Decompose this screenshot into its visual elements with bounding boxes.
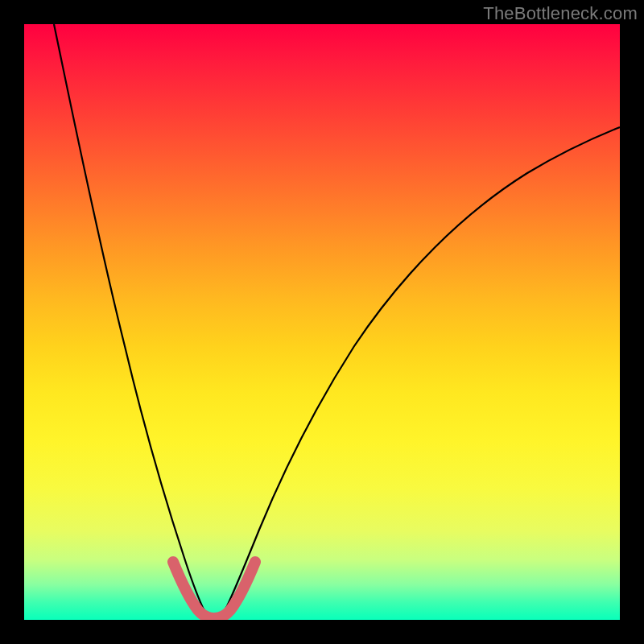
plot-frame (24, 24, 620, 620)
curve-path (54, 24, 620, 617)
bottleneck-curve (24, 24, 620, 620)
watermark-text: TheBottleneck.com (483, 3, 638, 24)
